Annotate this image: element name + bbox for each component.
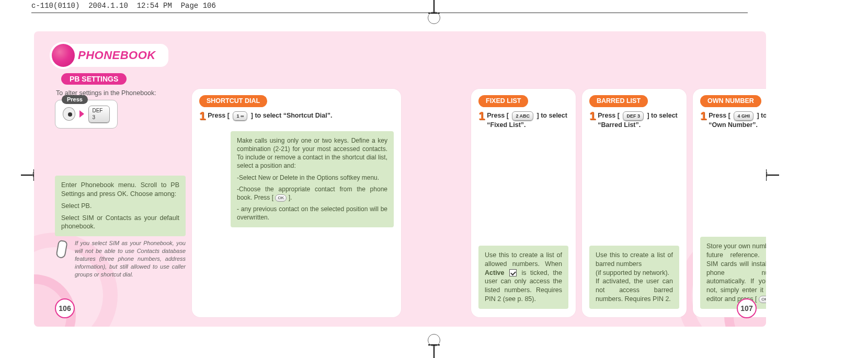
section-rule xyxy=(55,79,757,80)
ok-button-icon: OK xyxy=(275,194,287,202)
joystick-icon xyxy=(63,107,75,121)
key-3-icon: DEF 3 xyxy=(88,106,110,123)
enter-phonebook-p3: Select SIM or Contacts as your default p… xyxy=(61,214,179,232)
card-barred-list: BARRED LIST 1 Press [ DEF 3 ] to select … xyxy=(582,89,687,317)
ok-button-icon: OK xyxy=(759,296,766,303)
cropmark-top-circle xyxy=(428,11,440,24)
enter-phonebook-p1: Enter Phonebook menu. Scroll to PB Setti… xyxy=(61,181,179,199)
key-4-icon: 4 GHI xyxy=(734,111,753,121)
enter-phonebook-p2: Select PB. xyxy=(61,202,179,211)
step-number-icon: 1 xyxy=(589,110,596,130)
card-shortcut-dial: SHORTCUT DIAL 1 Press [ 1 ∞ ] to select … xyxy=(192,89,401,317)
barred-note-box: Use this to create a list of barred numb… xyxy=(589,246,679,309)
step-own: 1 Press [ 4 GHI ] to select “Own Number”… xyxy=(700,111,766,130)
header-rule-right xyxy=(465,13,748,13)
tag-shortcut-dial: SHORTCUT DIAL xyxy=(199,95,267,107)
section-tab: PB SETTINGS xyxy=(61,73,127,85)
card-own-number: OWN NUMBER 1 Press [ 4 GHI ] to select “… xyxy=(693,89,766,317)
step-number-icon: 1 xyxy=(199,110,205,122)
shortcut-g4: - any previous contact on the selected p… xyxy=(237,205,387,222)
step-fixed: 1 Press [ 2 ABC ] to select “Fixed List”… xyxy=(478,111,568,130)
barred-note-3: If activated, the user can not access ba… xyxy=(596,278,673,303)
tag-barred-list: BARRED LIST xyxy=(589,95,648,107)
step-fixed-text: Press [ 2 ABC ] to select “Fixed List”. xyxy=(487,111,568,130)
title-pill: PHONEBOOK xyxy=(53,45,167,66)
cropmark-bottom-circle xyxy=(428,334,440,347)
shortcut-g2: -Select New or Delete in the Options sof… xyxy=(237,174,387,182)
key-1-icon: 1 ∞ xyxy=(233,111,247,121)
sim-note-row: If you select SIM as your Phonebook, you… xyxy=(55,239,186,278)
press-box: Press DEF 3 xyxy=(55,100,118,129)
section-row: PB SETTINGS xyxy=(55,73,757,86)
file-header: c-110(0110) 2004.1.10 12:54 PM Page 106 xyxy=(31,2,216,10)
shortcut-g3: -Choose the appropriate contact from the… xyxy=(237,185,387,202)
triangle-right-icon xyxy=(79,110,84,118)
checkbox-ticked-icon xyxy=(509,269,517,276)
press-badge: Press xyxy=(62,95,88,104)
page-title: PHONEBOOK xyxy=(78,49,156,62)
tag-own-number: OWN NUMBER xyxy=(700,95,761,107)
fixed-note-a: Use this to create a list of allowed num… xyxy=(485,251,562,268)
key-3-icon: DEF 3 xyxy=(623,111,644,121)
page-spread: PHONEBOOK PB SETTINGS To alter settings … xyxy=(34,31,766,327)
step-barred: 1 Press [ DEF 3 ] to select “Barred List… xyxy=(589,111,679,130)
note-icon xyxy=(55,239,72,260)
content-columns: To alter settings in the Phonebook: Pres… xyxy=(55,89,757,317)
fixed-note-box: Use this to create a list of allowed num… xyxy=(478,246,568,309)
enter-phonebook-box: Enter Phonebook menu. Scroll to PB Setti… xyxy=(55,176,186,236)
page-number-right: 107 xyxy=(737,298,757,318)
step-number-icon: 1 xyxy=(700,110,706,130)
shortcut-g1: Make calls using only one or two keys. D… xyxy=(237,136,387,170)
own-note-a: Store your own number for future referen… xyxy=(706,242,766,303)
card-fixed-list: FIXED LIST 1 Press [ 2 ABC ] to select “… xyxy=(471,89,576,317)
shortcut-body: Make calls using only one or two keys. D… xyxy=(199,126,394,309)
step-number-icon: 1 xyxy=(478,110,485,130)
step-barred-text: Press [ DEF 3 ] to select “Barred List”. xyxy=(598,111,679,130)
gutter xyxy=(407,89,465,317)
sim-note-text: If you select SIM as your Phonebook, you… xyxy=(75,239,186,278)
barred-note-2: (if supported by network). xyxy=(596,269,669,276)
key-2-icon: 2 ABC xyxy=(512,111,533,121)
own-note-box: Store your own number for future referen… xyxy=(700,237,766,309)
sidebar: To alter settings in the Phonebook: Pres… xyxy=(55,89,186,317)
barred-note-1: Use this to create a list of barred numb… xyxy=(596,251,673,268)
header-rule-left xyxy=(31,13,476,13)
page-number-left: 106 xyxy=(55,298,75,318)
fixed-note-active: Active xyxy=(485,269,505,276)
step-own-text: Press [ 4 GHI ] to select “Own Number”. xyxy=(709,111,766,130)
step-shortcut-text: Press [ 1 ∞ ] to select “Shortcut Dial”. xyxy=(208,111,394,122)
tag-fixed-list: FIXED LIST xyxy=(478,95,528,107)
title-bubble-icon xyxy=(52,44,75,67)
step-shortcut: 1 Press [ 1 ∞ ] to select “Shortcut Dial… xyxy=(199,111,394,122)
